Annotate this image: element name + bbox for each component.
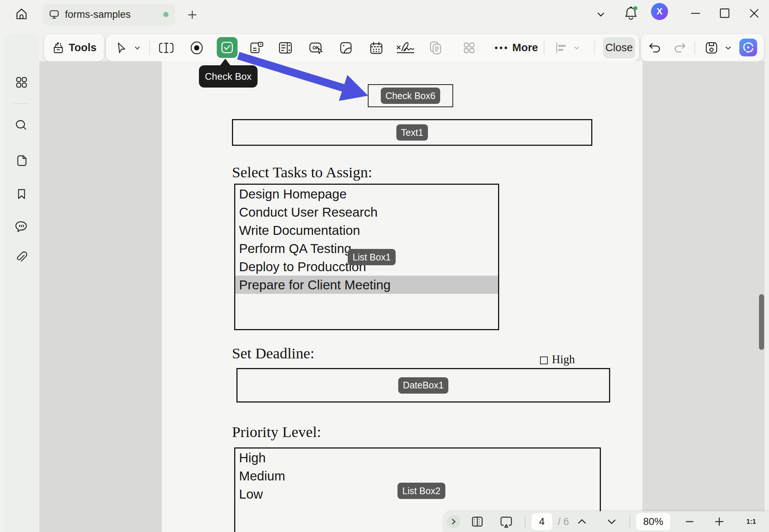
- bookmark-icon: [15, 187, 28, 201]
- zoom-out-button[interactable]: [682, 515, 697, 528]
- tab-title: forms-samples: [65, 9, 131, 20]
- list-box1-field[interactable]: Design Homepage Conduct User Research Wr…: [234, 184, 499, 330]
- save-dropdown[interactable]: [721, 34, 735, 61]
- duplicate-fields-button[interactable]: [425, 34, 446, 61]
- text1-field-label: Text1: [396, 124, 428, 141]
- ai-assistant-icon: [742, 41, 755, 54]
- list-item[interactable]: Medium: [235, 467, 600, 485]
- tools-label: Tools: [69, 42, 96, 54]
- avatar-initial: X: [657, 6, 662, 17]
- minimize-button[interactable]: [687, 4, 704, 22]
- list-item[interactable]: Conduct User Research: [235, 203, 498, 221]
- select-tool-dropdown[interactable]: [131, 34, 144, 61]
- close-icon: [745, 4, 763, 22]
- sidebar-panels-button[interactable]: [15, 76, 28, 89]
- list-item-selected[interactable]: Prepare for Client Meeting: [235, 276, 498, 294]
- check-box6-field[interactable]: Check Box6: [368, 84, 453, 107]
- sidebar-comments-button[interactable]: [15, 220, 28, 233]
- presentation-button[interactable]: [497, 514, 515, 529]
- text-field-tool-button[interactable]: [156, 34, 177, 61]
- date-field-tool-button[interactable]: [366, 34, 387, 61]
- redo-button[interactable]: [671, 34, 689, 61]
- image-field-tool-button[interactable]: [336, 34, 356, 61]
- align-fields-button[interactable]: [552, 34, 570, 61]
- page-number-input[interactable]: 4: [531, 513, 552, 530]
- svg-text:OK: OK: [312, 45, 319, 50]
- sidebar-attachments-button[interactable]: [15, 251, 28, 264]
- redo-icon: [674, 42, 687, 54]
- align-dropdown[interactable]: [570, 34, 583, 61]
- select-tool-button[interactable]: [113, 34, 130, 61]
- grid-icon: [15, 76, 28, 89]
- tab-list-button[interactable]: [593, 7, 609, 22]
- tasks-heading: Select Tasks to Assign:: [232, 163, 372, 181]
- sidebar-divider: [13, 103, 30, 104]
- page-icon: [15, 154, 28, 167]
- sidebar-pages-button[interactable]: [15, 154, 28, 167]
- zoom-level-input[interactable]: 80%: [636, 513, 670, 530]
- previous-page-button[interactable]: [575, 515, 589, 528]
- zoom-in-button[interactable]: [712, 515, 727, 528]
- list-item[interactable]: Write Documentation: [235, 221, 498, 239]
- align-left-icon: [555, 42, 567, 54]
- sidebar-bookmarks-button[interactable]: [15, 187, 28, 201]
- tools-menu-button[interactable]: Tools: [44, 34, 104, 61]
- high-checkbox[interactable]: [540, 357, 548, 364]
- document-viewport-right: [642, 61, 769, 532]
- check-box-tool-button[interactable]: [217, 37, 238, 58]
- arrange-fields-button[interactable]: [459, 34, 480, 61]
- toolbar-separator: [544, 41, 544, 55]
- page-view-button[interactable]: [468, 514, 486, 529]
- sidebar-search-button[interactable]: [15, 119, 28, 132]
- combo-box-tool-button[interactable]: [246, 34, 267, 61]
- radio-button-icon: [190, 41, 204, 55]
- save-icon: [705, 41, 718, 55]
- list-box1-field-label: List Box1: [348, 249, 396, 265]
- actual-size-button[interactable]: 1:1: [741, 514, 762, 529]
- scrollbar-thumb[interactable]: [759, 294, 764, 350]
- ai-assistant-button[interactable]: [739, 39, 757, 56]
- avatar[interactable]: X: [651, 3, 668, 20]
- scrollbar-track[interactable]: [765, 61, 769, 532]
- text-field-icon: [158, 41, 174, 55]
- next-page-button[interactable]: [604, 515, 619, 528]
- datebox1-field[interactable]: DateBox1: [236, 368, 610, 403]
- chevron-down-icon: [133, 44, 141, 52]
- signature-field-tool-button[interactable]: [394, 34, 416, 61]
- list-box-tool-button[interactable]: [275, 34, 296, 61]
- toolbar-separator: [694, 41, 695, 55]
- save-button[interactable]: [703, 34, 720, 61]
- left-sidebar: [4, 34, 39, 532]
- expand-toolbar-button[interactable]: [447, 515, 460, 528]
- apps-grid-icon: [462, 41, 476, 55]
- tools-icon: [52, 41, 65, 55]
- new-tab-button[interactable]: [185, 7, 200, 22]
- maximize-button[interactable]: [716, 4, 733, 22]
- current-page: 4: [539, 516, 544, 528]
- combo-box-icon: [249, 41, 264, 55]
- date-field-icon: [369, 41, 384, 55]
- home-button[interactable]: [13, 6, 30, 22]
- priority-heading: Priority Level:: [232, 423, 321, 441]
- list-item[interactable]: High: [235, 449, 600, 467]
- check-box-icon: [221, 41, 233, 54]
- close-form-mode-button[interactable]: Close: [603, 37, 635, 58]
- close-window-button[interactable]: [745, 4, 763, 22]
- list-item[interactable]: Design Homepage: [235, 185, 498, 203]
- list-box-icon: [278, 41, 293, 55]
- page-total: / 6: [555, 516, 572, 527]
- notifications-button[interactable]: [622, 4, 640, 23]
- quick-actions-toolbar: [641, 34, 764, 61]
- push-button-tool-button[interactable]: OK: [306, 34, 327, 61]
- high-checkbox-label: High: [552, 353, 575, 366]
- more-button[interactable]: More: [492, 34, 540, 61]
- app-window: forms-samples X: [0, 0, 769, 532]
- minus-icon: [685, 517, 694, 526]
- tab-forms-samples[interactable]: forms-samples: [43, 4, 175, 25]
- home-icon: [15, 7, 28, 21]
- text1-field[interactable]: Text1: [232, 119, 592, 146]
- radio-button-tool-button[interactable]: [186, 34, 207, 61]
- deadline-heading: Set Deadline:: [232, 344, 314, 362]
- actual-size-label: 1:1: [746, 518, 756, 526]
- undo-button[interactable]: [645, 34, 663, 61]
